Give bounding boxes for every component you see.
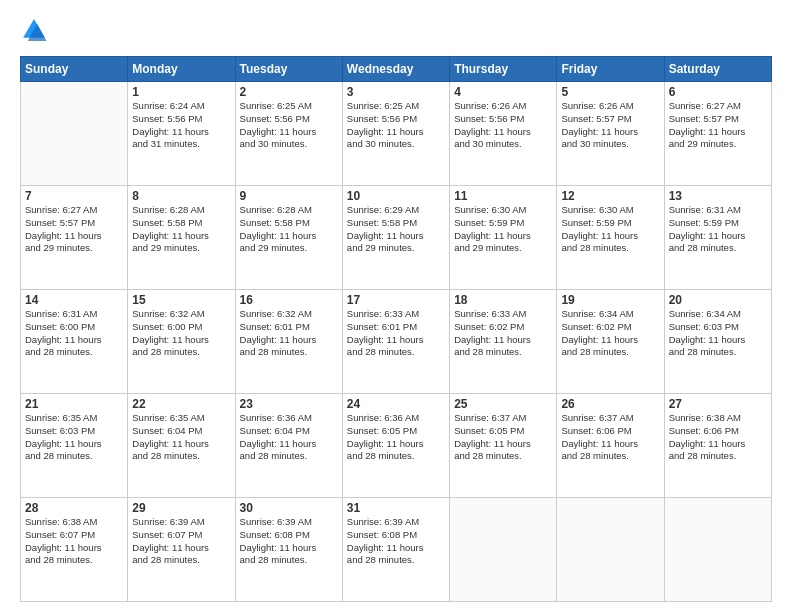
day-number: 3 [347, 85, 445, 99]
calendar-week-row: 21Sunrise: 6:35 AMSunset: 6:03 PMDayligh… [21, 394, 772, 498]
day-number: 5 [561, 85, 659, 99]
day-number: 29 [132, 501, 230, 515]
calendar-cell: 21Sunrise: 6:35 AMSunset: 6:03 PMDayligh… [21, 394, 128, 498]
calendar-week-row: 28Sunrise: 6:38 AMSunset: 6:07 PMDayligh… [21, 498, 772, 602]
calendar-cell: 1Sunrise: 6:24 AMSunset: 5:56 PMDaylight… [128, 82, 235, 186]
calendar-cell: 12Sunrise: 6:30 AMSunset: 5:59 PMDayligh… [557, 186, 664, 290]
calendar-cell: 4Sunrise: 6:26 AMSunset: 5:56 PMDaylight… [450, 82, 557, 186]
day-number: 24 [347, 397, 445, 411]
calendar-cell: 29Sunrise: 6:39 AMSunset: 6:07 PMDayligh… [128, 498, 235, 602]
day-number: 12 [561, 189, 659, 203]
calendar-header-wednesday: Wednesday [342, 57, 449, 82]
calendar-week-row: 14Sunrise: 6:31 AMSunset: 6:00 PMDayligh… [21, 290, 772, 394]
calendar-cell: 15Sunrise: 6:32 AMSunset: 6:00 PMDayligh… [128, 290, 235, 394]
cell-content: Sunrise: 6:39 AMSunset: 6:08 PMDaylight:… [240, 516, 338, 567]
calendar-header-saturday: Saturday [664, 57, 771, 82]
cell-content: Sunrise: 6:39 AMSunset: 6:07 PMDaylight:… [132, 516, 230, 567]
cell-content: Sunrise: 6:31 AMSunset: 5:59 PMDaylight:… [669, 204, 767, 255]
day-number: 18 [454, 293, 552, 307]
calendar-cell: 18Sunrise: 6:33 AMSunset: 6:02 PMDayligh… [450, 290, 557, 394]
calendar-cell: 6Sunrise: 6:27 AMSunset: 5:57 PMDaylight… [664, 82, 771, 186]
calendar-cell: 3Sunrise: 6:25 AMSunset: 5:56 PMDaylight… [342, 82, 449, 186]
cell-content: Sunrise: 6:28 AMSunset: 5:58 PMDaylight:… [240, 204, 338, 255]
day-number: 19 [561, 293, 659, 307]
cell-content: Sunrise: 6:39 AMSunset: 6:08 PMDaylight:… [347, 516, 445, 567]
cell-content: Sunrise: 6:25 AMSunset: 5:56 PMDaylight:… [347, 100, 445, 151]
cell-content: Sunrise: 6:26 AMSunset: 5:56 PMDaylight:… [454, 100, 552, 151]
calendar-cell: 24Sunrise: 6:36 AMSunset: 6:05 PMDayligh… [342, 394, 449, 498]
day-number: 9 [240, 189, 338, 203]
calendar-cell: 23Sunrise: 6:36 AMSunset: 6:04 PMDayligh… [235, 394, 342, 498]
cell-content: Sunrise: 6:36 AMSunset: 6:05 PMDaylight:… [347, 412, 445, 463]
calendar-header-row: SundayMondayTuesdayWednesdayThursdayFrid… [21, 57, 772, 82]
day-number: 14 [25, 293, 123, 307]
day-number: 2 [240, 85, 338, 99]
day-number: 11 [454, 189, 552, 203]
day-number: 15 [132, 293, 230, 307]
cell-content: Sunrise: 6:27 AMSunset: 5:57 PMDaylight:… [25, 204, 123, 255]
calendar-header-tuesday: Tuesday [235, 57, 342, 82]
calendar-cell: 2Sunrise: 6:25 AMSunset: 5:56 PMDaylight… [235, 82, 342, 186]
calendar-week-row: 1Sunrise: 6:24 AMSunset: 5:56 PMDaylight… [21, 82, 772, 186]
cell-content: Sunrise: 6:38 AMSunset: 6:06 PMDaylight:… [669, 412, 767, 463]
cell-content: Sunrise: 6:31 AMSunset: 6:00 PMDaylight:… [25, 308, 123, 359]
cell-content: Sunrise: 6:38 AMSunset: 6:07 PMDaylight:… [25, 516, 123, 567]
cell-content: Sunrise: 6:37 AMSunset: 6:06 PMDaylight:… [561, 412, 659, 463]
cell-content: Sunrise: 6:32 AMSunset: 6:01 PMDaylight:… [240, 308, 338, 359]
day-number: 31 [347, 501, 445, 515]
cell-content: Sunrise: 6:25 AMSunset: 5:56 PMDaylight:… [240, 100, 338, 151]
calendar-cell: 13Sunrise: 6:31 AMSunset: 5:59 PMDayligh… [664, 186, 771, 290]
calendar-header-sunday: Sunday [21, 57, 128, 82]
cell-content: Sunrise: 6:27 AMSunset: 5:57 PMDaylight:… [669, 100, 767, 151]
calendar-cell: 7Sunrise: 6:27 AMSunset: 5:57 PMDaylight… [21, 186, 128, 290]
day-number: 17 [347, 293, 445, 307]
calendar-cell: 27Sunrise: 6:38 AMSunset: 6:06 PMDayligh… [664, 394, 771, 498]
calendar-cell: 28Sunrise: 6:38 AMSunset: 6:07 PMDayligh… [21, 498, 128, 602]
calendar-cell: 8Sunrise: 6:28 AMSunset: 5:58 PMDaylight… [128, 186, 235, 290]
day-number: 1 [132, 85, 230, 99]
day-number: 27 [669, 397, 767, 411]
calendar-cell: 17Sunrise: 6:33 AMSunset: 6:01 PMDayligh… [342, 290, 449, 394]
day-number: 25 [454, 397, 552, 411]
calendar-cell [557, 498, 664, 602]
cell-content: Sunrise: 6:26 AMSunset: 5:57 PMDaylight:… [561, 100, 659, 151]
page: SundayMondayTuesdayWednesdayThursdayFrid… [0, 0, 792, 612]
cell-content: Sunrise: 6:34 AMSunset: 6:02 PMDaylight:… [561, 308, 659, 359]
cell-content: Sunrise: 6:33 AMSunset: 6:01 PMDaylight:… [347, 308, 445, 359]
calendar-cell: 10Sunrise: 6:29 AMSunset: 5:58 PMDayligh… [342, 186, 449, 290]
calendar-header-thursday: Thursday [450, 57, 557, 82]
calendar-cell [664, 498, 771, 602]
cell-content: Sunrise: 6:35 AMSunset: 6:04 PMDaylight:… [132, 412, 230, 463]
cell-content: Sunrise: 6:36 AMSunset: 6:04 PMDaylight:… [240, 412, 338, 463]
cell-content: Sunrise: 6:35 AMSunset: 6:03 PMDaylight:… [25, 412, 123, 463]
calendar-cell: 22Sunrise: 6:35 AMSunset: 6:04 PMDayligh… [128, 394, 235, 498]
cell-content: Sunrise: 6:28 AMSunset: 5:58 PMDaylight:… [132, 204, 230, 255]
day-number: 13 [669, 189, 767, 203]
day-number: 7 [25, 189, 123, 203]
day-number: 21 [25, 397, 123, 411]
day-number: 8 [132, 189, 230, 203]
calendar-header-friday: Friday [557, 57, 664, 82]
calendar-cell [450, 498, 557, 602]
day-number: 23 [240, 397, 338, 411]
cell-content: Sunrise: 6:32 AMSunset: 6:00 PMDaylight:… [132, 308, 230, 359]
calendar-cell: 25Sunrise: 6:37 AMSunset: 6:05 PMDayligh… [450, 394, 557, 498]
cell-content: Sunrise: 6:29 AMSunset: 5:58 PMDaylight:… [347, 204, 445, 255]
logo [20, 16, 52, 44]
logo-icon [20, 16, 48, 44]
calendar-cell: 20Sunrise: 6:34 AMSunset: 6:03 PMDayligh… [664, 290, 771, 394]
day-number: 30 [240, 501, 338, 515]
calendar-cell: 31Sunrise: 6:39 AMSunset: 6:08 PMDayligh… [342, 498, 449, 602]
calendar-week-row: 7Sunrise: 6:27 AMSunset: 5:57 PMDaylight… [21, 186, 772, 290]
calendar-cell: 30Sunrise: 6:39 AMSunset: 6:08 PMDayligh… [235, 498, 342, 602]
cell-content: Sunrise: 6:33 AMSunset: 6:02 PMDaylight:… [454, 308, 552, 359]
calendar-cell: 26Sunrise: 6:37 AMSunset: 6:06 PMDayligh… [557, 394, 664, 498]
cell-content: Sunrise: 6:37 AMSunset: 6:05 PMDaylight:… [454, 412, 552, 463]
calendar-table: SundayMondayTuesdayWednesdayThursdayFrid… [20, 56, 772, 602]
day-number: 26 [561, 397, 659, 411]
cell-content: Sunrise: 6:34 AMSunset: 6:03 PMDaylight:… [669, 308, 767, 359]
day-number: 20 [669, 293, 767, 307]
day-number: 28 [25, 501, 123, 515]
calendar-cell [21, 82, 128, 186]
calendar-cell: 9Sunrise: 6:28 AMSunset: 5:58 PMDaylight… [235, 186, 342, 290]
